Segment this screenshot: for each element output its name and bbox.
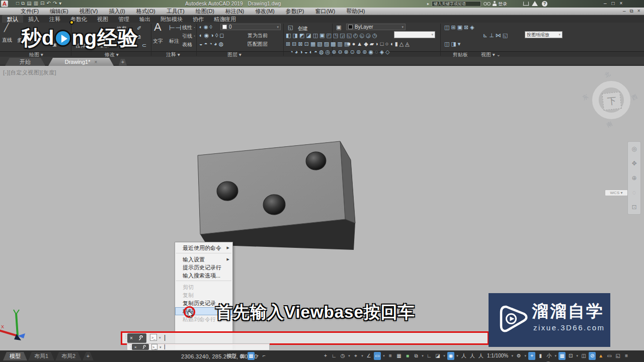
toolbar-icon[interactable]: ◑ (299, 49, 303, 55)
toolbar-icon[interactable]: ◇ (385, 49, 389, 55)
dimension-icon[interactable]: ⊢⊣ (169, 25, 181, 31)
toolbar-icon[interactable]: □ (380, 41, 384, 47)
status-icon[interactable]: ▦ (395, 352, 403, 360)
menu-item[interactable]: 编辑(E) (44, 8, 74, 15)
status-icon[interactable]: ▾ (443, 352, 446, 360)
blocks-toolbar[interactable]: ◧◨◩◪◫▣◰◳◲◱◴◵◶◷ (286, 32, 377, 39)
ribbon-tab[interactable]: 视图 (92, 15, 113, 23)
search-chevron-icon[interactable]: ▸ (427, 2, 429, 6)
toolbar-icon[interactable]: ◗ (375, 41, 379, 47)
command-input-caret[interactable]: | (164, 344, 166, 349)
app-store-cart-icon[interactable] (523, 2, 529, 6)
solid-block-model[interactable] (194, 139, 357, 254)
toolbar-icon[interactable]: ⊞ (451, 24, 455, 31)
search-binoculars-icon[interactable] (484, 2, 491, 6)
orbit-icon[interactable]: ◌ (632, 189, 636, 196)
command-customize-wrench-icon[interactable] (142, 345, 146, 349)
status-icon[interactable]: ▲ (597, 352, 604, 360)
layer-dropdown[interactable]: 0▾ (220, 24, 281, 30)
set-current-button[interactable]: 置为当前 (248, 32, 268, 39)
groups-toolbar[interactable]: ◫⊞▣⊠◈ (444, 24, 474, 31)
insert-block-icon[interactable]: ◱ (288, 24, 293, 31)
linetype-dropdown[interactable]: ▾ (394, 31, 435, 38)
layer-tool-icon[interactable]: ◉ (204, 32, 209, 39)
toolbar-icon[interactable]: ◵ (360, 32, 365, 39)
toolbar-icon[interactable]: ▦ (310, 41, 315, 47)
properties-icon[interactable]: ▣ (336, 24, 341, 31)
status-icon[interactable]: ▦ (239, 352, 246, 360)
help-icon[interactable]: ? (542, 1, 547, 7)
context-menu-item[interactable]: 剪切 (175, 283, 232, 291)
toolbar-icon[interactable]: ⊛ (362, 49, 367, 55)
wcs-dropdown[interactable]: WCS ▾ (605, 190, 628, 196)
maximize-button[interactable]: □ (612, 1, 615, 6)
toolbar-icon[interactable]: ◱ (347, 32, 352, 39)
toolbar-icon[interactable]: ▨ (324, 41, 329, 47)
qat-icon[interactable]: □ (16, 1, 19, 7)
linear-button[interactable]: 线性 · (182, 24, 195, 31)
layer-tool-icon[interactable]: ◐ (199, 32, 203, 39)
nav-wheel-icon[interactable]: ◎ (631, 145, 636, 152)
menu-item[interactable]: 窗口(W) (309, 8, 341, 15)
compass-east[interactable]: 东 (581, 93, 590, 102)
menu-item[interactable]: 工具(T) (161, 8, 190, 15)
text-button[interactable]: 文字 (153, 38, 163, 45)
menu-item[interactable]: 视图(V) (74, 8, 104, 15)
recent-commands-icon[interactable]: >_ (150, 334, 157, 341)
toolbar-icon[interactable]: ⊚ (356, 49, 361, 55)
status-icon[interactable]: ■ (404, 352, 411, 360)
status-icon[interactable]: ◱ (614, 352, 621, 360)
layer-tool-icon[interactable]: ◔ (209, 41, 212, 47)
minimize-button[interactable]: – (604, 1, 607, 6)
toolbar-icon[interactable]: ▮ (395, 41, 398, 47)
toolbar-icon[interactable]: ▩ (331, 41, 336, 47)
toolbar-icon[interactable]: △ (399, 41, 404, 47)
status-icon[interactable]: ▾ (382, 352, 385, 360)
viewport-controls[interactable]: [-][自定义视图][灰度] (3, 69, 56, 76)
toolbar-icon[interactable]: ◶ (366, 32, 371, 39)
status-icon[interactable]: + (322, 352, 329, 360)
ribbon-tab[interactable]: 注释 (44, 15, 65, 23)
compass-north[interactable]: 北 (603, 70, 612, 79)
ribbon-tab[interactable]: 协作 (188, 15, 209, 23)
status-icon[interactable]: ⊘ (589, 352, 596, 360)
qat-icon[interactable]: ▤ (27, 1, 31, 7)
ribbon-display-toggle-icon[interactable]: ▣ ▾ (221, 16, 229, 21)
toolbar-icon[interactable]: ◬ (405, 41, 409, 47)
toolbar-icon[interactable]: ⊞ (286, 41, 290, 47)
qat-icon[interactable]: ↶ (46, 1, 50, 7)
status-icon[interactable]: ▮ (537, 352, 544, 360)
toolbar-icon[interactable]: ◧ (286, 32, 291, 39)
command-line-row2[interactable]: ⋮⋮ × >_ ▾ | (127, 343, 270, 350)
match-layer-button[interactable]: 匹配图层 (248, 41, 268, 48)
compass-west[interactable]: 西 (630, 93, 639, 102)
command-dropdown-caret[interactable]: ▾ (159, 336, 161, 340)
toolbar-icon[interactable]: ◫ (444, 24, 449, 31)
status-icon[interactable]: ∠ (365, 352, 372, 360)
dimension-button[interactable]: 标注 (169, 38, 179, 45)
toolbar-icon[interactable]: ▧ (317, 41, 322, 47)
help-search-input[interactable]: 键入关键字或短语 (432, 1, 481, 7)
status-icon[interactable]: ▾ (361, 352, 364, 360)
menu-item[interactable]: 帮助(H) (341, 8, 370, 15)
toolbar-icon[interactable]: ◰ (326, 32, 331, 39)
status-icon[interactable]: ▾ (256, 352, 259, 360)
status-icon[interactable]: ▦ (248, 352, 255, 360)
ribbon-tab[interactable]: 管理 (113, 15, 134, 23)
status-icon[interactable]: ◪ (434, 352, 441, 360)
layer-tool-icon[interactable]: ◑ (210, 32, 214, 39)
new-layout-button[interactable]: + (83, 352, 94, 360)
command-close-icon[interactable]: × (130, 335, 133, 341)
status-icon[interactable]: ◷ (339, 352, 346, 360)
toolbar-icon[interactable]: ◓ (314, 49, 317, 55)
tab-close-icon[interactable]: × (94, 59, 97, 65)
context-menu-item[interactable]: 输入设置 ▶ (175, 255, 232, 263)
qat-icon[interactable]: ↷ (53, 1, 57, 7)
showmotion-icon[interactable]: ⊡ (631, 204, 636, 211)
menu-item[interactable]: 修改(M) (250, 8, 280, 15)
menu-item[interactable]: 参数(P) (280, 8, 310, 15)
clipboard-toolbar[interactable]: ◫◨▾ (444, 41, 460, 47)
layer-tool-icon[interactable]: ◒ (199, 41, 203, 47)
line-tool-icon[interactable]: ╱ (4, 24, 9, 31)
toolbar-icon[interactable]: ◎ (326, 49, 331, 55)
